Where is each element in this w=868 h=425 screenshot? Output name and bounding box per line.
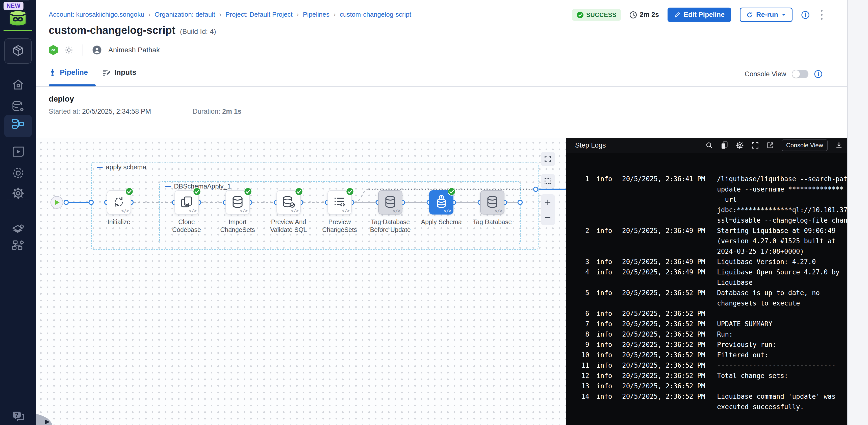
log-message: Run: 0 bbox=[717, 329, 847, 340]
log-output[interactable]: 1info20/5/2025, 2:36:41 PM/liquibase/liq… bbox=[566, 153, 847, 425]
search-icon[interactable] bbox=[705, 142, 713, 149]
db-icon bbox=[231, 195, 244, 210]
log-line: 1info20/5/2025, 2:36:41 PM/liquibase/liq… bbox=[566, 174, 847, 184]
log-line: 13info20/5/2025, 2:36:52 PM bbox=[566, 381, 847, 391]
gear-solid-icon bbox=[11, 187, 25, 201]
tab-bar: Pipeline Inputs Console View bbox=[36, 64, 868, 87]
sidebar-item-module-cube[interactable] bbox=[4, 38, 32, 64]
copy-icon[interactable] bbox=[720, 141, 728, 149]
log-line: 2info20/5/2025, 2:36:49 PMStarting Liqui… bbox=[566, 226, 847, 236]
layers-gear-icon bbox=[11, 223, 25, 237]
external-link-icon[interactable] bbox=[767, 142, 774, 149]
log-message: (version 4.27.0 #1525 built at bbox=[717, 236, 847, 246]
tab-pipeline[interactable]: Pipeline bbox=[49, 68, 88, 77]
pipeline-step-initialize[interactable]: </> bbox=[107, 190, 131, 215]
log-line-number bbox=[575, 278, 589, 288]
log-timestamp: 20/5/2025, 2:36:52 PM bbox=[622, 381, 716, 391]
marquee-select-button[interactable] bbox=[541, 174, 555, 188]
download-icon[interactable] bbox=[835, 142, 843, 149]
code-icon: </> bbox=[121, 208, 129, 213]
success-check-icon bbox=[125, 187, 133, 196]
log-line: 8info20/5/2025, 2:36:52 PMRun: 0 bbox=[566, 329, 847, 340]
log-line: 5info20/5/2025, 2:36:52 PMDatabase is up… bbox=[566, 288, 847, 298]
log-level bbox=[596, 195, 621, 205]
home-icon bbox=[11, 78, 25, 92]
sidebar-item-databases[interactable] bbox=[0, 97, 36, 116]
log-timestamp: 20/5/2025, 2:36:49 PM bbox=[622, 267, 716, 278]
info-icon[interactable] bbox=[814, 70, 823, 78]
db-check-icon bbox=[282, 195, 296, 210]
breadcrumb-item[interactable]: Organization: default bbox=[155, 10, 215, 19]
log-line-number bbox=[575, 236, 589, 246]
breadcrumb-item[interactable]: Pipelines bbox=[303, 10, 330, 19]
stage-info: deploy Started at: 20/5/2025, 2:34:58 PM… bbox=[36, 87, 868, 138]
pipeline-step-preview-changesets[interactable]: </> bbox=[328, 190, 352, 215]
pipeline-step-tag-database[interactable]: </> bbox=[480, 190, 504, 215]
pipeline-icon bbox=[49, 68, 56, 77]
database-devops-logo-icon[interactable] bbox=[7, 10, 28, 26]
console-view-toggle[interactable] bbox=[792, 70, 808, 78]
log-message: Starting Liquibase at 09:06:49 bbox=[717, 226, 847, 236]
log-timestamp: 20/5/2025, 2:36:52 PM bbox=[622, 350, 716, 360]
rerun-button[interactable]: Re-run bbox=[740, 7, 793, 22]
log-line: Liquibase bbox=[566, 278, 847, 288]
pipeline-step-preview-and-validate-sql[interactable]: </> bbox=[276, 190, 301, 215]
sidebar-item-help[interactable]: ? bbox=[0, 408, 36, 425]
breadcrumb-item[interactable]: custom-changelog-script bbox=[340, 10, 411, 19]
db-devops-module-icon: ∞ bbox=[49, 45, 58, 55]
log-message: Previously run: 3 bbox=[717, 340, 847, 350]
log-line: 12info20/5/2025, 2:36:52 PMTotal change … bbox=[566, 371, 847, 381]
canvas-corner-handle[interactable] bbox=[36, 404, 56, 425]
pipeline-canvas[interactable]: apply schema DBSchemaApply_1 </>Initiali… bbox=[36, 138, 566, 425]
chat-question-icon: ? bbox=[11, 410, 25, 424]
breadcrumb-item[interactable]: Project: Default Project bbox=[225, 10, 292, 19]
breadcrumb-item[interactable]: Account: kurosakiichigo.songoku bbox=[49, 10, 145, 19]
log-level: info bbox=[596, 340, 621, 350]
more-options-menu[interactable] bbox=[818, 9, 825, 21]
sidebar-divider bbox=[0, 404, 36, 404]
pipeline-step-apply-schema[interactable]: </> bbox=[429, 190, 454, 215]
page-title: custom-changelog-script bbox=[49, 24, 176, 36]
log-line-number bbox=[575, 184, 589, 195]
console-view-button[interactable]: Console View bbox=[782, 140, 828, 151]
log-line: 3info20/5/2025, 2:36:49 PMLiquibase Vers… bbox=[566, 257, 847, 267]
fullscreen-icon[interactable] bbox=[751, 142, 759, 149]
fit-screen-button[interactable] bbox=[541, 152, 555, 166]
log-timestamp bbox=[622, 236, 716, 246]
sidebar-item-settings[interactable] bbox=[0, 164, 36, 183]
sidebar-item-executions[interactable] bbox=[0, 143, 36, 162]
log-timestamp bbox=[622, 205, 716, 215]
edit-pipeline-button[interactable]: Edit Pipeline bbox=[668, 7, 731, 22]
fullscreen-icon bbox=[544, 155, 552, 163]
info-icon[interactable] bbox=[801, 10, 810, 19]
tab-inputs[interactable]: Inputs bbox=[102, 68, 136, 77]
sidebar-item-home[interactable] bbox=[0, 76, 36, 94]
log-level: info bbox=[596, 309, 621, 319]
pipeline-step-tag-database-before-update[interactable]: </> bbox=[378, 190, 402, 215]
log-level: info bbox=[596, 391, 621, 402]
log-timestamp: 20/5/2025, 2:36:52 PM bbox=[622, 329, 716, 340]
zoom-out-button[interactable] bbox=[544, 214, 552, 221]
log-line-number: 10 bbox=[575, 350, 589, 360]
sidebar-item-infrastructure[interactable] bbox=[0, 236, 36, 255]
sidebar-item-pipelines[interactable] bbox=[0, 115, 36, 134]
pipeline-step-import-changesets[interactable]: </> bbox=[225, 190, 250, 215]
sidebar-item-project-settings[interactable] bbox=[0, 185, 36, 203]
console-view-label: Console View bbox=[745, 70, 786, 78]
log-timestamp bbox=[622, 195, 716, 205]
gear-icon[interactable] bbox=[736, 141, 744, 149]
active-tab-underline bbox=[49, 84, 96, 86]
gear-icon[interactable] bbox=[64, 46, 73, 55]
svg-text:?: ? bbox=[15, 412, 18, 418]
log-message bbox=[717, 381, 847, 391]
log-line-number: 6 bbox=[575, 309, 589, 319]
zoom-in-button[interactable] bbox=[544, 198, 552, 206]
log-line-number: 9 bbox=[575, 340, 589, 350]
db-gear-icon bbox=[11, 100, 25, 114]
clone-icon bbox=[180, 195, 193, 209]
log-message: Liquibase Open Source 4.27.0 by bbox=[717, 267, 847, 278]
page-scrollbar[interactable] bbox=[847, 0, 868, 425]
log-line-number: 2 bbox=[575, 226, 589, 236]
pipeline-step-clone-codebase[interactable]: </> bbox=[175, 190, 199, 215]
log-line-number bbox=[575, 215, 589, 226]
